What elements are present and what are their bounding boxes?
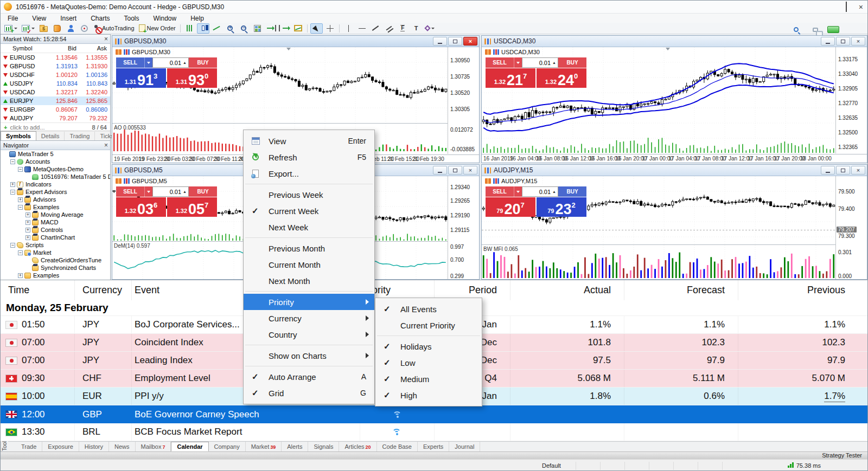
toolbox-tab-journal[interactable]: Journal: [449, 442, 480, 451]
chart-restore-button[interactable]: [836, 37, 850, 46]
lot-spinner-icon[interactable]: ▲: [552, 61, 556, 64]
toolbox-tab-mailbox[interactable]: Mailbox7: [136, 442, 171, 451]
scroll-to-end-marker[interactable]: [666, 48, 670, 50]
lot-spinner-icon[interactable]: ▲: [183, 61, 187, 64]
chart-minimize-button[interactable]: [433, 37, 447, 46]
sell-quote[interactable]: 1.32036: [116, 197, 166, 217]
shapes-button[interactable]: [424, 23, 436, 34]
context-menu-item-refresh[interactable]: RefreshF5: [244, 149, 374, 165]
context-menu-item-next-week[interactable]: Next Week: [244, 219, 374, 235]
calendar-column-previous[interactable]: Previous: [738, 280, 868, 300]
vertical-line-button[interactable]: [342, 23, 355, 34]
chart-titlebar[interactable]: GBPUSD,M30×: [112, 36, 479, 47]
buy-quote[interactable]: 79232: [537, 197, 586, 217]
ohlc-toggle-icon[interactable]: [485, 49, 491, 55]
ohlc-toggle-icon[interactable]: [485, 178, 491, 184]
oneclick-toggle-icon[interactable]: [124, 49, 130, 55]
priority-submenu-item-high[interactable]: ✓High: [375, 387, 482, 403]
chart-minimize-button[interactable]: [821, 166, 835, 175]
chart-restore-button[interactable]: [448, 166, 462, 175]
buy-button[interactable]: BUY: [558, 186, 586, 197]
indicator-panel[interactable]: BW MFI 0.065: [482, 245, 835, 279]
indicators-button[interactable]: [292, 23, 304, 34]
collapse-minus-icon[interactable]: −: [10, 243, 15, 248]
calendar-column-time[interactable]: Time: [1, 280, 75, 300]
new-order-button[interactable]: New Order: [137, 23, 177, 34]
menu-charts[interactable]: Charts: [84, 15, 117, 22]
navigator-item[interactable]: +Controls: [1, 226, 110, 234]
toolbox-tab-code-base[interactable]: Code Base: [377, 442, 418, 451]
column-symbol[interactable]: Symbol: [1, 45, 49, 51]
chart-close-button[interactable]: ×: [851, 166, 865, 175]
priority-submenu-item-low[interactable]: ✓Low: [375, 354, 482, 371]
oneclick-toggle-icon[interactable]: [493, 178, 499, 184]
navigator-close-icon[interactable]: ×: [104, 141, 108, 149]
chart-plot-area[interactable]: GBPUSD,M30SELL0.01▲BUY1.319131.31930: [112, 47, 448, 123]
priority-submenu-item-holidays[interactable]: ✓Holidays: [375, 338, 482, 354]
close-button[interactable]: ×: [859, 3, 863, 11]
toolbox-tab-exposure[interactable]: Exposure: [42, 442, 79, 451]
maximize-button[interactable]: [846, 2, 847, 12]
signals-broadcast-button[interactable]: [78, 23, 91, 34]
toolbox-tab-news[interactable]: News: [109, 442, 136, 451]
ohlc-toggle-icon[interactable]: [116, 49, 122, 55]
time-axis[interactable]: 16 Jan 201916 Jan 04:0016 Jan 08:0016 Ja…: [482, 154, 867, 163]
menu-window[interactable]: Window: [146, 15, 184, 22]
expand-plus-icon[interactable]: +: [18, 197, 23, 202]
market-watch-row[interactable]: EURGBP0.860670.86080: [1, 105, 110, 114]
context-menu-item-show-on-charts[interactable]: Show on Charts: [244, 347, 374, 364]
sell-dropdown-icon[interactable]: [144, 57, 152, 68]
price-axis[interactable]: 79.50079.40079.30079.2070.3010.000: [835, 176, 867, 279]
buy-quote[interactable]: 1.32057: [167, 197, 217, 217]
horizontal-line-button[interactable]: [356, 23, 368, 34]
chart-restore-button[interactable]: [836, 166, 850, 175]
toolbox-tab-signals[interactable]: Signals: [308, 442, 339, 451]
chart-close-button[interactable]: ×: [463, 37, 477, 46]
chart-titlebar[interactable]: USDCAD,M30×: [482, 36, 867, 47]
menu-help[interactable]: Help: [183, 15, 211, 22]
expand-plus-icon[interactable]: +: [25, 212, 30, 217]
navigator-item[interactable]: −Market: [1, 249, 110, 256]
toolbox-tab-articles[interactable]: Articles20: [339, 442, 376, 451]
price-axis[interactable]: 1.331751.330401.329051.327701.326351.325…: [835, 47, 867, 153]
candlestick-button[interactable]: [197, 23, 209, 34]
toolbox-tab-trade[interactable]: Trade: [16, 442, 42, 451]
navigator-item[interactable]: −Examples: [1, 203, 110, 211]
toolbox-vertical-tab[interactable]: Toolbox: [1, 441, 8, 451]
chart-shift-button[interactable]: [278, 23, 291, 34]
navigator-item[interactable]: −MetaQuotes-Demo: [1, 165, 110, 173]
menu-tools[interactable]: Tools: [117, 15, 146, 22]
sell-button[interactable]: SELL: [116, 57, 144, 68]
toolbox-tab-company[interactable]: Company: [209, 442, 246, 451]
context-menu-item-currency[interactable]: Currency: [244, 310, 374, 326]
chart-close-button[interactable]: ×: [851, 37, 865, 46]
priority-submenu-item-medium[interactable]: ✓Medium: [375, 371, 482, 387]
sell-dropdown-icon[interactable]: [514, 57, 522, 68]
context-menu-item-previous-month[interactable]: Previous Month: [244, 240, 374, 256]
bar-chart-button[interactable]: [183, 23, 196, 34]
context-menu-item-export-[interactable]: Export...: [244, 165, 374, 182]
collapse-minus-icon[interactable]: −: [18, 205, 23, 210]
menu-insert[interactable]: Insert: [53, 15, 84, 22]
navigator-item[interactable]: +Indicators: [1, 180, 110, 188]
priority-submenu-item-all-events[interactable]: ✓All Events: [375, 301, 482, 317]
menu-file[interactable]: File: [1, 15, 25, 22]
navigator-item[interactable]: +Examples: [1, 272, 110, 279]
collapse-minus-icon[interactable]: −: [18, 167, 23, 172]
collapse-minus-icon[interactable]: −: [10, 190, 15, 195]
navigator-item[interactable]: CreateGridOrdersTune: [1, 256, 110, 264]
sell-dropdown-icon[interactable]: [144, 186, 152, 197]
navigator-item[interactable]: +Advisors: [1, 196, 110, 203]
navigator-item[interactable]: Synchronized Charts: [1, 264, 110, 272]
equidistant-channel-button[interactable]: [383, 23, 395, 34]
market-watch-add-row[interactable]: + click to add... 8 / 64: [1, 122, 110, 131]
crosshair-button[interactable]: [324, 23, 336, 34]
lot-size-input[interactable]: 0.01▲: [152, 57, 189, 68]
community-button[interactable]: [65, 23, 77, 34]
sell-button[interactable]: SELL: [486, 186, 514, 197]
text-button[interactable]: T: [410, 23, 423, 34]
profile-selector[interactable]: Default: [542, 462, 561, 469]
lot-size-input[interactable]: 0.01▲: [522, 57, 558, 68]
navigator-item[interactable]: +ChartInChart: [1, 234, 110, 241]
context-menu-item-auto-arrange[interactable]: ✓Auto ArrangeA: [244, 369, 374, 385]
